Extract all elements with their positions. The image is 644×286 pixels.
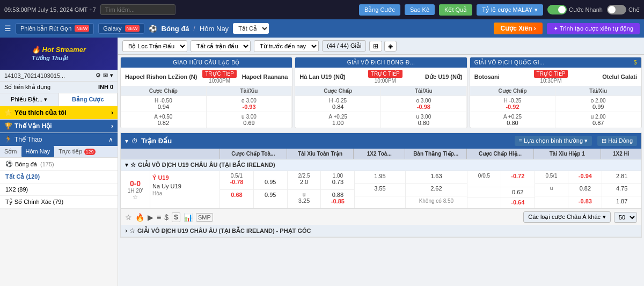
- tai-val1[interactable]: 1.00 0.73: [321, 171, 354, 189]
- bottom-dollar-icon[interactable]: $: [164, 213, 169, 222]
- sidebar-item-ty-so[interactable]: Tỷ Số Chính Xác (79): [0, 196, 118, 209]
- txhiep-val2[interactable]: 0.82: [568, 184, 602, 195]
- league-row[interactable]: ▾ ☆ GIẢI VÔ ĐỊCH U19 CHÂU ÂU (TẠI BẮC IR…: [121, 159, 641, 171]
- bang-cuoc-tab[interactable]: Bảng Cược: [59, 93, 118, 106]
- cuoc-nhanh-toggle[interactable]: [547, 5, 567, 14]
- col-header-1x2h: 1X2 Hi: [601, 149, 641, 159]
- sidebar-item-bong-da[interactable]: ⚽ Bóng đá (175): [0, 158, 118, 171]
- bo-loc-dropdown[interactable]: Bộ Lọc Trận Đấu: [122, 40, 187, 52]
- odds-a-label-0[interactable]: A +0.50 0.82: [121, 112, 207, 128]
- odds-u2-2[interactable]: u 2.00 0.87: [555, 112, 641, 128]
- odds-u-label-0[interactable]: u 3.00 0.69: [207, 112, 292, 128]
- tat-ca-dropdown[interactable]: Tất cả trận đấu: [191, 40, 251, 52]
- the-van-hoi-header[interactable]: 🏆 Thế Vận Hội ›: [0, 120, 118, 133]
- filter-icon-1[interactable]: ⊞: [369, 41, 382, 52]
- expand-icon[interactable]: ▾: [125, 137, 128, 145]
- som-tab[interactable]: Sớm: [0, 146, 21, 157]
- odds-row2-1: A +0.25 1.00 u 3.00 0.80: [295, 112, 466, 128]
- sidebar-item-1x2[interactable]: 1X2 (89): [0, 184, 118, 196]
- truc-tiep-tab[interactable]: Trực tiếp 129: [54, 146, 99, 157]
- filter-icon-2[interactable]: ◈: [384, 41, 397, 52]
- chap-line2[interactable]: 0.68: [220, 190, 254, 208]
- 1x2h-mid[interactable]: 4.75: [602, 184, 641, 196]
- banthang-bot: Không có 8.50: [406, 196, 467, 208]
- txhiep-val3[interactable]: -0.83: [568, 196, 602, 208]
- odds-a2-2[interactable]: A +0.25 0.80: [470, 112, 556, 128]
- bottom-star-icon[interactable]: ☆: [125, 213, 132, 222]
- star-icon2[interactable]: ☆: [129, 227, 135, 234]
- chap-val1[interactable]: 0.95: [254, 171, 287, 189]
- new-badge: NEW: [75, 25, 89, 32]
- odds-a1-1[interactable]: A +0.25 1.00: [295, 112, 381, 128]
- the-thao-header[interactable]: 🏃 Thể Thao ∧: [0, 133, 118, 146]
- xiu-label[interactable]: u 3.25: [288, 190, 321, 208]
- page-size-select[interactable]: 50: [614, 212, 637, 223]
- col-taixiu-2: Tài/Xiu: [555, 86, 641, 96]
- txhiep-line[interactable]: 0.5/1: [535, 171, 569, 183]
- yeu-thich-header[interactable]: ⭐ Yêu thích của tôi ›: [0, 106, 118, 119]
- version-button[interactable]: Phiên bản Rút Gọn NEW: [16, 23, 94, 34]
- search-input[interactable]: [100, 4, 175, 15]
- chevron-down-icon[interactable]: ▾: [110, 72, 113, 79]
- bottom-s-icon[interactable]: S: [172, 212, 180, 222]
- 1x2-mid[interactable]: 3.55: [355, 184, 405, 196]
- top-header: 09:53:00PM July 15, 2024 GMT +7 Bảng Cướ…: [0, 0, 644, 19]
- chaphiep-line[interactable]: 0/0.5: [467, 171, 501, 187]
- che-toggle[interactable]: [607, 5, 626, 14]
- chaphiep-val3[interactable]: -0.64: [501, 197, 535, 208]
- time-filter-dropdown[interactable]: Từ trước đến nay: [254, 40, 319, 52]
- cuoc-xien-button[interactable]: Cược Xiên ›: [494, 23, 542, 34]
- banthang-mid[interactable]: 2.62: [406, 184, 467, 196]
- chaphiep-row3: -0.64: [467, 197, 535, 208]
- bang-cuoc-button[interactable]: Bảng Cước: [359, 4, 400, 16]
- odds-h1-1[interactable]: H -0.25 0.84: [295, 96, 381, 112]
- view-mode-button[interactable]: ⊞ Hai Dòng: [597, 136, 637, 146]
- match-card-1: GIẢI VÔ ĐỊCH BÓNG Đ... Hà Lan U19 (Nữ) T…: [295, 57, 467, 128]
- chap-line[interactable]: 0.5/1 -0.78: [220, 171, 254, 189]
- star-icon[interactable]: ☆: [130, 162, 136, 168]
- league2-row[interactable]: › ☆ GIẢI VÔ ĐỊCH U19 CHÂU ÂU (TẠI BẮC IR…: [121, 225, 641, 237]
- more-bets-button[interactable]: Các loại cược Châu Á khác ▾: [523, 211, 611, 223]
- banthang-top[interactable]: 1.63: [406, 171, 467, 184]
- odds-o-label-0[interactable]: o 3.00 -0.93: [207, 96, 292, 112]
- odds-h2-2[interactable]: H -0.25 -0.92: [470, 96, 556, 112]
- mail-icon[interactable]: ✉: [103, 72, 108, 79]
- odds-h-label-0[interactable]: H -0.50 0.94: [121, 96, 207, 112]
- hom-nay-tab[interactable]: Hôm Nay: [21, 146, 55, 157]
- chaphiep-val[interactable]: -0.72: [501, 171, 535, 187]
- 1x2h-bot[interactable]: 1.87: [602, 196, 641, 208]
- bottom-play-icon[interactable]: ▶: [148, 213, 153, 222]
- odds-o1-1[interactable]: o 3.00 -0.98: [381, 96, 467, 112]
- bottom-chart-icon[interactable]: 📊: [184, 213, 193, 222]
- account-settings-icon[interactable]: ⚙: [96, 72, 101, 79]
- xiu-val[interactable]: 0.88 -0.85: [321, 190, 354, 208]
- tai-label1[interactable]: 2/2.5 2.0: [288, 171, 321, 189]
- filter-normal-button[interactable]: ≡ Lựa chọn bình thường ▾: [515, 136, 592, 146]
- bottom-fire-icon[interactable]: 🔥: [135, 213, 144, 222]
- bottom-smp-icon[interactable]: SMP: [196, 213, 213, 222]
- chaphiep-row2: 0.62: [467, 187, 535, 197]
- che-toggle-group: Chế: [607, 5, 640, 14]
- ty-le-cuoc-dropdown[interactable]: Tỷ lệ cược MALAY ▾: [477, 4, 543, 16]
- 1x2-top[interactable]: 1.95: [355, 171, 405, 184]
- txhiep-val[interactable]: -0.94: [568, 171, 602, 183]
- sidebar-item-tat-ca[interactable]: Tất Cả (120): [0, 171, 118, 184]
- all-dropdown[interactable]: Tất Cả: [233, 23, 269, 34]
- odds-u1-1[interactable]: u 3.00 0.80: [381, 112, 467, 128]
- odds-o2-2[interactable]: o 2.00 0.99: [555, 96, 641, 112]
- match-star[interactable]: ☆: [133, 194, 138, 201]
- col-header-match: [121, 149, 220, 159]
- galaxy-button[interactable]: Galaxy NEW: [98, 23, 144, 34]
- bottom-list-icon[interactable]: ≡: [157, 213, 161, 222]
- trinh-tao-button[interactable]: ✦ Trình tạo cược xiên tự động: [547, 23, 640, 34]
- chaphiep-val2[interactable]: 0.62: [501, 187, 535, 197]
- menu-icon[interactable]: ☰: [4, 24, 11, 33]
- 1x2h-top[interactable]: 2.81: [602, 171, 641, 184]
- phieu-dat-tab[interactable]: Phiếu Đặt... ▾: [0, 93, 59, 106]
- txhiep-line2[interactable]: u: [535, 184, 569, 195]
- sao-ke-button[interactable]: Sao Kê: [405, 4, 435, 15]
- live-info-2: TRỰC TIẾP 10:30PM: [534, 70, 568, 84]
- chap-val2[interactable]: 0.95: [254, 190, 287, 208]
- ket-qua-button[interactable]: Kết Quả: [439, 4, 472, 16]
- chaphiep-line2[interactable]: [467, 187, 501, 197]
